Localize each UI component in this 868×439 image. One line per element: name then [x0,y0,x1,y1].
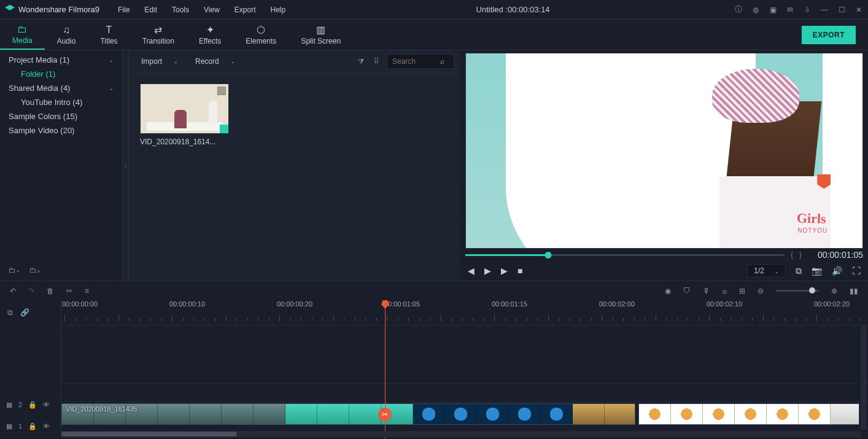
tab-effects[interactable]: ✦Effects [187,20,233,50]
tab-media[interactable]: 🗀Media [0,20,45,50]
close-icon[interactable]: ✕ [854,6,863,14]
sidebar-item-sample-video[interactable]: Sample Video (20) [0,123,122,138]
redo-icon[interactable]: ↷ [28,287,34,295]
menu-edit[interactable]: Edit [138,3,163,17]
menu-help[interactable]: Help [265,3,292,17]
tab-toolbar: 🗀Media ♫Audio TTitles ⇄Transition ✦Effec… [0,20,868,50]
download-icon[interactable]: ⇩ [803,6,812,14]
media-panel: Import⌄ Record⌄ ⧩ ⠿ ⌕ VID_20200918_1614.… [129,50,460,281]
link-icon[interactable]: 🔗 [20,308,29,317]
new-folder-icon[interactable]: 🗀₊ [9,266,20,274]
export-button[interactable]: EXPORT [802,26,856,44]
mark-in-icon[interactable]: { [791,251,793,259]
zoom-fit-icon[interactable]: ▮▮ [850,287,858,295]
sidebar-label: YouTube Intro (4) [21,98,82,107]
title-icons: ⓘ ◍ ▣ ✉ ⇩ — ☐ ✕ [734,4,863,15]
visibility-icon[interactable]: 👁 [43,422,50,430]
zoom-out-icon[interactable]: ⊖ [758,287,764,295]
ruler-label: 00:00:00:20 [277,300,312,308]
tab-elements[interactable]: ⬡Elements [233,20,289,50]
tab-titles[interactable]: TTitles [88,20,130,50]
sidebar-item-shared-media[interactable]: Shared Media (4)⌄ [0,81,122,95]
account-icon[interactable]: ◍ [751,6,760,14]
timeline-clip-main[interactable]: VID_20200918_161435 [61,403,635,425]
timeline-tracks[interactable]: 00:00:00:0000:00:00:1000:00:00:2000:00:0… [61,300,868,438]
ruler-label: 00:00:01:15 [492,300,527,308]
preview-quality-icon[interactable]: ⧉ [796,266,802,276]
timeline-ruler[interactable]: 00:00:00:0000:00:00:1000:00:00:2000:00:0… [61,300,868,321]
settings-icon[interactable]: ≡ [85,287,89,295]
filter-icon[interactable]: ⧩ [355,57,366,66]
elements-icon: ⬡ [257,24,265,36]
menu-file[interactable]: File [112,3,136,17]
chevron-down-icon: ⌄ [109,56,114,63]
snapshot-icon[interactable]: 📷 [812,266,822,276]
record-dropdown[interactable]: Record⌄ [189,55,241,68]
timeline-track-1[interactable]: VID_20200918_161435 [61,402,868,426]
delete-icon[interactable]: 🗑 [47,287,54,295]
lock-icon[interactable]: 🔒 [28,401,37,409]
sidebar-item-project-media[interactable]: Project Media (1)⌄ [0,53,122,67]
stop-icon[interactable]: ■ [517,266,522,276]
logo-icon [5,5,15,15]
track-manager-icon[interactable]: ⧉ [7,308,13,317]
preview-video[interactable]: Girls NOTYOU [465,53,863,249]
timeline-clip-secondary[interactable] [638,403,859,425]
minimize-icon[interactable]: — [820,6,829,14]
timeline-track-2[interactable] [61,383,868,402]
mark-out-icon[interactable]: } [799,251,802,259]
scrub-track[interactable] [465,254,785,256]
render-icon[interactable]: ◉ [665,287,671,295]
lock-icon[interactable]: 🔒 [28,422,37,430]
delete-folder-icon[interactable]: 🗀ₓ [29,266,40,274]
media-item[interactable]: VID_20200918_1614... [140,84,229,146]
media-item-label: VID_20200918_1614... [140,138,229,146]
sidebar-collapse[interactable]: ‹ [123,50,129,281]
menu-tools[interactable]: Tools [166,3,195,17]
timeline-v-scrollbar[interactable] [861,325,867,430]
title-bar: Wondershare Filmora9 File Edit Tools Vie… [0,0,868,20]
split-icon[interactable]: ✂ [66,287,72,295]
clip-type-icon [217,87,226,95]
visibility-icon[interactable]: 👁 [43,401,50,408]
undo-icon[interactable]: ↶ [10,287,16,295]
audio-mixer-icon[interactable]: ⎄ [723,287,727,295]
search-icon[interactable]: ⌕ [440,57,444,66]
maximize-icon[interactable]: ☐ [837,6,846,14]
mail-icon[interactable]: ✉ [786,6,794,14]
zoom-slider-handle[interactable] [809,287,815,293]
timeline-track-empty[interactable] [61,325,868,383]
zoom-slider[interactable] [776,290,819,292]
play-icon[interactable]: ▶ [484,266,491,276]
prev-frame-icon[interactable]: ◀ [468,266,475,276]
scrub-handle[interactable] [545,252,552,258]
tab-audio[interactable]: ♫Audio [45,20,88,50]
chevron-down-icon: ⌄ [173,58,178,64]
next-frame-icon[interactable]: ▶ [501,266,508,276]
zoom-in-icon[interactable]: ⊕ [831,287,837,295]
voiceover-icon[interactable]: 🎙 [703,287,710,295]
add-marker-icon[interactable]: ⊞ [739,287,745,295]
search-input[interactable] [392,57,435,66]
menu-view[interactable]: View [198,3,226,17]
tab-transition[interactable]: ⇄Transition [130,20,187,50]
sidebar-item-sample-colors[interactable]: Sample Colors (15) [0,109,122,123]
save-icon[interactable]: ▣ [769,6,777,14]
info-icon[interactable]: ⓘ [734,4,743,15]
tab-split-label: Split Screen [301,37,341,45]
scrollbar-thumb[interactable] [61,432,237,437]
menu-export[interactable]: Export [228,3,262,17]
preview-zoom-select[interactable]: 1/2⌄ [747,264,786,278]
marker-shield-icon[interactable]: ⛉ [683,287,691,295]
timeline-h-scrollbar[interactable] [61,431,861,437]
tab-split-screen[interactable]: ▥Split Screen [289,20,353,50]
clip-label: VID_20200918_161435 [66,405,137,413]
fullscreen-icon[interactable]: ⛶ [852,266,861,276]
sidebar-item-folder[interactable]: Folder (1) [0,67,122,81]
volume-icon[interactable]: 🔊 [832,266,842,276]
split-at-playhead-icon[interactable]: ✂ [378,408,392,421]
tab-titles-label: Titles [100,37,117,45]
import-dropdown[interactable]: Import⌄ [135,55,184,68]
grid-view-icon[interactable]: ⠿ [371,57,382,66]
sidebar-item-youtube-intro[interactable]: YouTube Intro (4) [0,95,122,109]
